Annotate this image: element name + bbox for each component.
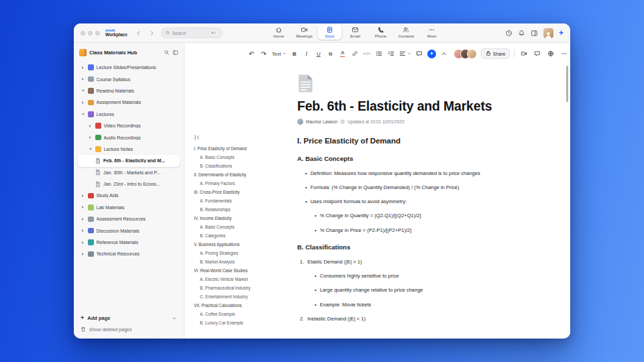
tab-phone[interactable]: Phone (369, 24, 392, 40)
sidebar-item-discussion-materials[interactable]: Discussion Materials (78, 225, 180, 236)
sidebar-item-video-recordings[interactable]: Video Recordings (78, 120, 180, 131)
sidebar-item-assessment-resources[interactable]: Assessment Resources (78, 213, 180, 225)
sidebar-item-reference-materials[interactable]: Reference Materials (78, 237, 180, 248)
collapse-outline-icon[interactable] (194, 134, 296, 141)
bulleted-list-button[interactable] (375, 49, 383, 59)
collapse-sidebar-icon[interactable] (172, 50, 178, 56)
sidebar-item-lectures[interactable]: Lectures (78, 109, 180, 120)
outline-item[interactable]: A. Primary Factors (194, 179, 296, 188)
alignment-dropdown[interactable] (399, 49, 411, 59)
start-video-button[interactable] (520, 49, 528, 59)
outline-item[interactable]: B. Categories (194, 231, 296, 240)
back-button[interactable] (134, 28, 144, 38)
sidebar-item-lab-materials[interactable]: Lab Materials (78, 202, 180, 213)
subsection-heading-a[interactable]: A. Basic Concepts (297, 155, 527, 162)
add-page-button[interactable]: + Add page (80, 315, 177, 321)
redo-button[interactable]: ↷ (260, 49, 268, 59)
numbered-item[interactable]: 2.Inelastic Demand (|E| < 1) (297, 316, 527, 322)
outline-item[interactable]: A. Electric Vehicle Market (194, 275, 296, 284)
sub-bullet-item[interactable]: •Example: Movie tickets (297, 302, 527, 308)
collaborator-avatar[interactable] (467, 49, 477, 59)
outline-item[interactable]: A. Pricing Strategies (194, 249, 296, 257)
share-button[interactable]: Share (481, 48, 511, 59)
sidebar-item-lecture-slides[interactable]: Lecture Slides/Presentations (78, 62, 180, 73)
close-window-button[interactable] (80, 31, 85, 36)
outline-item[interactable]: C. Entertainment Industry (194, 292, 296, 301)
sidebar-item-course-syllabus[interactable]: Course Syllabus (78, 73, 180, 84)
tab-home[interactable]: Home (267, 24, 290, 40)
chevron-down-icon[interactable] (172, 316, 177, 321)
sidebar-item-reading-materials[interactable]: Reading Materials (78, 85, 180, 97)
insert-plus-button[interactable]: + (427, 50, 436, 58)
forward-button[interactable] (148, 28, 157, 38)
bullet-item[interactable]: •Uses midpoint formula to avoid asymmetr… (297, 199, 527, 205)
outline-item[interactable]: I. Price Elasticity of Demand (194, 144, 296, 153)
sidebar-item-assignment-materials[interactable]: Assignment Materials (78, 97, 180, 108)
sub-bullet-item[interactable]: •Consumers highly sensitive to price (297, 274, 527, 280)
sub-bullet-item[interactable]: •Large quantity change relative to price… (297, 288, 527, 294)
sub-bullet-item[interactable]: •% Change in Price = (P2-P1)/[(P2+P1)/2] (297, 228, 527, 234)
chat-button[interactable] (533, 49, 541, 59)
history-clock-icon[interactable] (505, 29, 513, 37)
tab-more[interactable]: More (420, 24, 443, 40)
outline-item[interactable]: A. Coffee Example (194, 310, 296, 318)
outline-item[interactable]: V. Business Applications (194, 240, 296, 249)
outline-item[interactable]: VII. Practical Calculations (194, 301, 296, 310)
tab-contacts[interactable]: Contacts (394, 24, 418, 40)
bullet-item[interactable]: •Formula: (% Change in Quantity Demanded… (297, 185, 527, 191)
global-search-input[interactable]: Search ⌘F (161, 27, 223, 38)
outline-item[interactable]: A. Basic Concepts (194, 153, 296, 162)
numbered-list-button[interactable] (387, 49, 395, 59)
maximize-window-button[interactable] (95, 31, 100, 36)
sidebar-item-feb-6-elasticity[interactable]: Feb. 6th - Elasticity and M... (78, 155, 180, 166)
document-body[interactable]: Feb. 6th - Elasticity and Markets Mauric… (297, 74, 527, 330)
sidebar-search-icon[interactable] (164, 50, 170, 56)
document-cover-icon[interactable] (297, 74, 527, 93)
italic-button[interactable]: I (303, 49, 311, 59)
more-options-button[interactable] (560, 49, 568, 59)
numbered-item[interactable]: 1.Elastic Demand (|E| > 1) (297, 259, 527, 265)
outline-item[interactable]: A. Basic Concepts (194, 223, 296, 231)
undo-button[interactable]: ↶ (248, 49, 256, 59)
outline-item[interactable]: B. Luxury Car Example (194, 318, 296, 327)
tab-meetings[interactable]: Meetings (292, 24, 316, 40)
sub-bullet-item[interactable]: •% Change in Quantity = (Q2-Q1)/[(Q2+Q1)… (297, 213, 527, 219)
outline-item[interactable]: II. Determinants of Elasticity (194, 170, 296, 179)
user-avatar[interactable] (543, 28, 553, 38)
collapse-toolbar-button[interactable] (440, 49, 448, 59)
sidebar-item-jan-23-intro[interactable]: Jan. 23rd - Intro to Econo... (78, 178, 180, 190)
notifications-bell-icon[interactable] (518, 29, 525, 37)
outline-item[interactable]: IV. Income Elasticity (194, 214, 296, 223)
link-button[interactable] (351, 49, 359, 59)
sidebar-item-lecture-notes[interactable]: Lecture Notes (78, 143, 180, 155)
outline-item[interactable]: A. Fundamentals (194, 196, 296, 205)
code-button[interactable]: </> (363, 49, 371, 59)
outline-item[interactable]: III. Cross-Price Elasticity (194, 188, 296, 196)
strikethrough-button[interactable]: S (327, 49, 335, 59)
sidebar-item-jan-30-markets[interactable]: Jan. 30th - Markets and P... (78, 167, 180, 178)
document-title[interactable]: Feb. 6th - Elasticity and Markets (297, 99, 527, 114)
text-color-button[interactable]: A (339, 49, 347, 59)
outline-item[interactable]: B. Pharmaceutical Industry (194, 284, 296, 292)
sidebar-item-study-aids[interactable]: Study Aids (78, 190, 180, 201)
bold-button[interactable]: B (290, 49, 299, 59)
tab-email[interactable]: Email (343, 24, 367, 40)
section-heading-1[interactable]: I. Price Elasticity of Demand (297, 137, 527, 145)
new-item-plus-button[interactable]: + (559, 29, 564, 37)
bullet-item[interactable]: •Definition: Measures how responsive qua… (297, 171, 527, 177)
sidebar-item-audio-recordings[interactable]: Audio Recordings (78, 131, 180, 143)
outline-item[interactable]: B. Classifications (194, 162, 296, 170)
side-panel-icon[interactable] (531, 29, 538, 37)
outline-item[interactable]: VI. Real-World Case Studies (194, 266, 296, 275)
text-style-dropdown[interactable]: Text (272, 49, 286, 59)
show-deleted-pages-button[interactable]: Show deleted pages (80, 326, 177, 333)
minimize-window-button[interactable] (88, 31, 93, 36)
outline-item[interactable]: B. Relationships (194, 205, 296, 214)
comment-button[interactable] (415, 49, 423, 59)
tab-docs[interactable]: Docs (318, 24, 341, 40)
outline-item[interactable]: B. Market Analysis (194, 257, 296, 266)
sidebar-item-technical-resources[interactable]: Technical Resources (78, 248, 180, 259)
language-button[interactable] (547, 49, 555, 59)
subsection-heading-b[interactable]: B. Classifications (297, 243, 527, 251)
underline-button[interactable]: U (315, 49, 323, 59)
